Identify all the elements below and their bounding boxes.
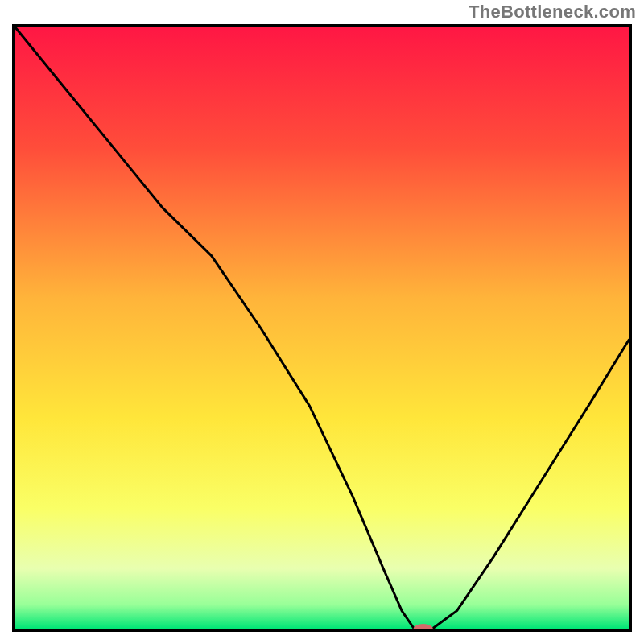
chart-background <box>15 27 629 629</box>
chart-container: TheBottleneck.com <box>0 0 644 644</box>
watermark-label: TheBottleneck.com <box>469 2 636 23</box>
chart-svg <box>12 24 632 632</box>
plot-frame <box>12 24 632 632</box>
